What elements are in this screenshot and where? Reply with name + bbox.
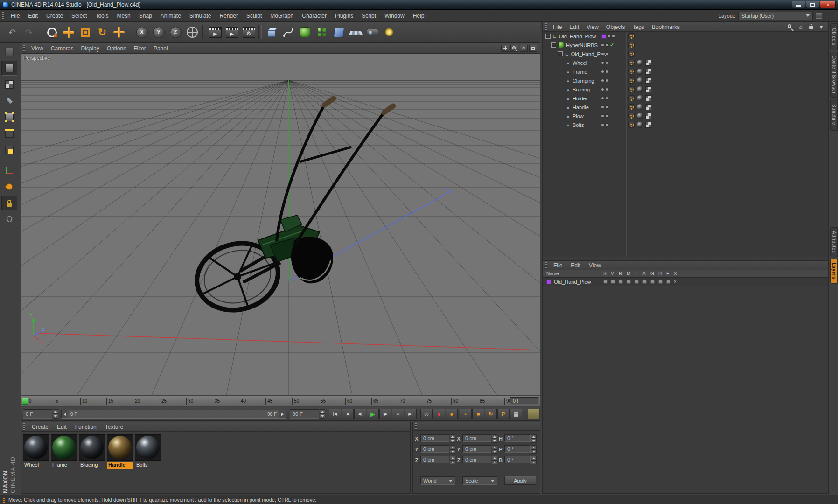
mat-menu-function[interactable]: Function (71, 422, 101, 432)
layer-flag-icon[interactable] (650, 280, 655, 284)
add-camera-button[interactable] (364, 23, 381, 41)
scale-tool-button[interactable] (77, 23, 94, 41)
editor-visibility-dot[interactable] (608, 35, 610, 37)
timeline-ruler[interactable]: 0 5 10 15 20 25 30 35 40 45 50 55 60 65 … (21, 396, 540, 406)
object-row[interactable]: ▲ Bracing (543, 85, 828, 94)
layout-dropdown[interactable]: Startup (User) (738, 12, 813, 20)
layers-menu-view[interactable]: View (585, 260, 605, 271)
column-d[interactable]: D (658, 271, 662, 276)
layer-name[interactable]: Old_Hand_Plow (554, 279, 591, 285)
keyframe-selection-button[interactable]: ▦ (510, 409, 522, 419)
material-tag-icon[interactable] (637, 122, 643, 128)
rot-b-field[interactable]: 0 ° (504, 456, 531, 463)
edges-mode-button[interactable] (1, 126, 17, 141)
editor-visibility-dot[interactable] (601, 79, 604, 82)
tab-attributes[interactable]: Attributes (830, 227, 838, 257)
menu-script[interactable]: Script (357, 11, 380, 21)
current-frame-value[interactable]: 0 F (23, 409, 52, 419)
render-active-view-button[interactable]: ▶ (223, 23, 240, 41)
phong-tag-icon[interactable] (628, 113, 635, 119)
pos-x-field[interactable]: 0 cm (420, 434, 449, 442)
material-item[interactable] (51, 434, 77, 461)
scale-mode-dropdown[interactable]: Scale (462, 476, 497, 485)
material-label[interactable]: Bracing (79, 462, 105, 469)
end-frame-value[interactable]: 90 F (290, 409, 319, 419)
render-visibility-dot[interactable] (606, 106, 608, 108)
z-axis-lock-button[interactable]: Z (167, 23, 184, 41)
object-axis-button[interactable] (1, 179, 17, 194)
vp-menu-panel[interactable]: Panel (150, 44, 172, 53)
frame-step-up[interactable] (53, 409, 58, 414)
mat-menu-create[interactable]: Create (28, 422, 53, 432)
column-m[interactable]: M (627, 271, 630, 276)
move-tool-button[interactable] (60, 23, 77, 41)
uvw-tag-icon[interactable] (645, 95, 651, 101)
expand-toggle-icon[interactable]: − (551, 42, 556, 48)
material-tag-icon[interactable] (637, 86, 643, 92)
object-row[interactable]: ▲ Clamping (543, 76, 828, 85)
rotate-view-button[interactable]: ↻ (520, 45, 528, 52)
material-label[interactable]: Bolts (135, 462, 161, 469)
texture-mode-button[interactable] (1, 77, 17, 92)
om-menu-tags[interactable]: Tags (629, 22, 648, 32)
phong-tag-icon[interactable] (628, 104, 635, 110)
uvw-tag-icon[interactable] (645, 104, 651, 110)
render-visibility-dot[interactable] (606, 88, 608, 91)
home-icon[interactable]: ⌂ (797, 24, 804, 30)
material-tag-icon[interactable] (637, 113, 643, 119)
x-axis-lock-button[interactable]: X (133, 23, 150, 41)
layer-color-swatch[interactable] (546, 280, 551, 284)
current-frame-marker[interactable] (22, 398, 28, 405)
layer-flag-icon[interactable] (642, 280, 647, 284)
material-item[interactable] (107, 434, 133, 461)
uvw-tag-icon[interactable] (645, 122, 651, 128)
add-spline-button[interactable] (280, 23, 297, 41)
object-label[interactable]: Old_Hand_Plow (559, 34, 596, 39)
menu-simulate[interactable]: Simulate (185, 11, 216, 21)
menu-sculpt[interactable]: Sculpt (242, 11, 266, 21)
tab-layers[interactable]: Layers (830, 259, 838, 284)
pos-y-field[interactable]: 0 cm (420, 445, 449, 453)
model-mode-button[interactable] (1, 61, 17, 76)
add-floor-button[interactable] (347, 23, 364, 41)
render-visibility-dot[interactable] (606, 97, 608, 99)
size-z-field[interactable]: 0 cm (462, 456, 491, 463)
object-label[interactable]: Bolts (573, 122, 584, 128)
toggle-view-button[interactable] (529, 45, 537, 52)
object-row[interactable]: − HyperNURBS ✓ (543, 41, 828, 49)
key-parameter-button[interactable]: P (497, 409, 510, 419)
render-visibility-dot[interactable] (606, 70, 608, 73)
object-row[interactable]: ▲ Wheel (543, 58, 828, 67)
pos-x-stepper[interactable] (450, 434, 455, 443)
menu-plugins[interactable]: Plugins (331, 11, 357, 21)
phong-tag-icon[interactable] (628, 69, 635, 75)
play-button[interactable]: ▶ (367, 409, 379, 419)
editor-visibility-dot[interactable] (601, 88, 604, 91)
expand-toggle-icon[interactable]: − (558, 51, 563, 56)
menu-file[interactable]: File (7, 11, 24, 21)
material-tag-icon[interactable] (637, 77, 643, 84)
render-visibility-dot[interactable] (606, 115, 608, 117)
material-label-selected[interactable]: Handle (107, 462, 133, 469)
om-grip[interactable] (545, 23, 547, 31)
object-row[interactable]: ▲ Frame (543, 67, 828, 76)
workplane-mode-button[interactable] (1, 93, 17, 108)
column-s[interactable]: S (603, 271, 607, 276)
layout-window-icon[interactable] (816, 13, 822, 19)
material-tag-icon[interactable] (637, 95, 643, 101)
menu-help[interactable]: Help (409, 11, 429, 21)
apply-button[interactable]: Apply (504, 476, 536, 485)
material-item[interactable] (23, 434, 49, 461)
y-axis-lock-button[interactable]: Y (150, 23, 167, 41)
add-mograph-button[interactable] (314, 23, 330, 41)
menu-animate[interactable]: Animate (156, 11, 185, 21)
material-item[interactable] (135, 434, 161, 461)
object-label[interactable]: HyperNURBS (566, 42, 598, 48)
rotate-tool-button[interactable]: ↻ (94, 23, 111, 41)
menu-character[interactable]: Character (298, 11, 331, 21)
phong-tag-icon[interactable] (628, 86, 635, 92)
phong-tag-icon[interactable] (628, 42, 635, 48)
editor-visibility-dot[interactable] (601, 44, 604, 46)
previous-frame-button[interactable]: ◀| (354, 409, 366, 419)
layer-remove-icon[interactable]: × (674, 280, 678, 284)
